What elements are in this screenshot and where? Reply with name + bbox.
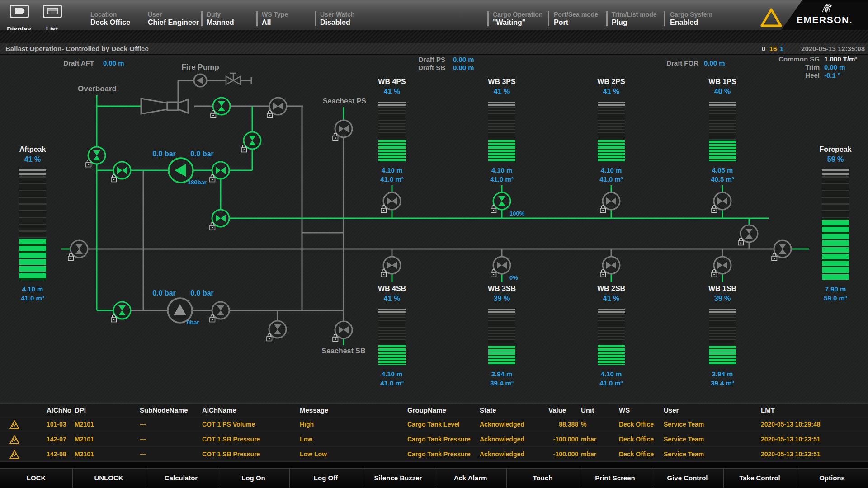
tank-fill xyxy=(709,345,736,365)
tank-fill xyxy=(378,139,406,161)
display-icon xyxy=(10,5,29,18)
tank-cap xyxy=(598,102,625,107)
tank-fill xyxy=(488,139,515,161)
bottom-button-give-control[interactable]: Give Control xyxy=(651,469,723,488)
bottom-button-calculator[interactable]: Calculator xyxy=(145,469,217,488)
field-value-2: Manned xyxy=(207,19,234,27)
cell-alchname: COT 1 PS Volume xyxy=(202,417,255,432)
tank-cap xyxy=(709,102,736,107)
bottom-button-ack-alarm[interactable]: Ack Alarm xyxy=(434,469,506,488)
tank-empty xyxy=(488,107,515,139)
column-header-alchname: AlChName xyxy=(202,404,236,417)
tank-gauge-wb-1ps[interactable] xyxy=(709,102,736,161)
tank-cap xyxy=(709,309,736,314)
bottom-button-unlock[interactable]: UNLOCK xyxy=(72,469,145,488)
field-label-5: Cargo Operation xyxy=(493,11,542,18)
column-header-lmt: LMT xyxy=(761,404,775,417)
cell-state: Acknowledged xyxy=(480,432,524,447)
tank-gauge-wb-3sb[interactable] xyxy=(488,309,515,365)
cell-ws: Deck Office xyxy=(619,417,654,432)
tank-gauge-forepeak[interactable] xyxy=(822,169,849,280)
tank-gauge-aftpeak[interactable] xyxy=(19,169,46,280)
tank-gauge-wb-1sb[interactable] xyxy=(709,309,736,365)
cell-dpi: M2101 xyxy=(75,447,94,462)
alarm-count-normal: 0 xyxy=(760,43,767,55)
tank-cap xyxy=(378,102,406,107)
tank-fill xyxy=(598,139,625,161)
warning-triangle-icon[interactable] xyxy=(760,8,782,28)
bottom-button-log-off[interactable]: Log Off xyxy=(289,469,362,488)
emerson-brand-text: EMERSON. xyxy=(781,14,868,25)
tank-gauge-wb-3ps[interactable] xyxy=(488,102,515,161)
bottom-button-strip: LOCKUNLOCKCalculatorLog OnLog OffSilence… xyxy=(0,462,868,488)
tank-empty xyxy=(19,176,46,238)
field-separator xyxy=(487,11,489,26)
cell-alchno: 142-07 xyxy=(47,432,66,447)
cell-dpi: M2101 xyxy=(75,432,94,447)
bottom-button-take-control[interactable]: Take Control xyxy=(723,469,796,488)
title-bar: Ballast Operation- Controlled by Deck Of… xyxy=(0,43,868,55)
tank-empty xyxy=(378,314,406,344)
bottom-button-print-screen[interactable]: Print Screen xyxy=(579,469,651,488)
tank-gauge-wb-2sb[interactable] xyxy=(598,309,625,365)
emerson-scribble-icon xyxy=(821,3,834,13)
field-label-2: Duty xyxy=(207,11,221,18)
field-value-8: Enabled xyxy=(670,19,698,27)
field-value-5: "Waiting" xyxy=(493,19,525,27)
bottom-button-options[interactable]: Options xyxy=(796,469,868,488)
cell-alchname: COT 1 SB Pressure xyxy=(202,447,260,462)
tank-cap xyxy=(488,309,515,314)
field-separator xyxy=(201,11,203,26)
tank-empty xyxy=(709,107,736,140)
bottom-button-bar: LOCKUNLOCKCalculatorLog OnLog OffSilence… xyxy=(0,468,868,487)
cell-state: Acknowledged xyxy=(480,447,524,462)
bottom-button-silence-buzzer[interactable]: Silence Buzzer xyxy=(362,469,434,488)
list-button[interactable]: List xyxy=(43,5,84,32)
field-separator xyxy=(664,11,665,26)
cell-user: Service Team xyxy=(664,417,704,432)
tank-cap xyxy=(378,309,406,314)
field-label-6: Port/Sea mode xyxy=(554,11,598,18)
bottom-button-touch[interactable]: Touch xyxy=(506,469,579,488)
field-label-4: User Watch xyxy=(320,11,355,18)
ballast-diagram-area xyxy=(0,55,868,403)
cell-value: 88.388 xyxy=(548,417,578,432)
alarm-row[interactable]: 142-08M2101---COT 1 SB PressureLow LowCa… xyxy=(0,447,868,462)
alarm-row[interactable]: 142-07M2101---COT 1 SB PressureLowCargo … xyxy=(0,432,868,447)
alarm-ack-icon xyxy=(9,420,20,430)
cell-ws: Deck Office xyxy=(619,447,654,462)
tank-gauge-wb-2ps[interactable] xyxy=(598,102,625,161)
tank-gauge-wb-4sb[interactable] xyxy=(378,309,406,365)
tank-cap xyxy=(598,309,625,314)
alarm-ack-icon xyxy=(9,435,20,445)
cell-alchno: 101-03 xyxy=(47,417,66,432)
alarm-ack-icon xyxy=(9,450,20,460)
column-header-alchno: AlChNo xyxy=(47,404,71,417)
cell-unit: mbar xyxy=(581,432,596,447)
alarm-row[interactable]: 101-03M2101---COT 1 PS VolumeHighCargo T… xyxy=(0,417,868,432)
bottom-button-lock[interactable]: LOCK xyxy=(0,469,72,488)
tank-cap xyxy=(822,169,849,176)
cell-state: Acknowledged xyxy=(480,417,524,432)
tank-empty xyxy=(709,314,736,345)
tank-gauge-wb-4ps[interactable] xyxy=(378,102,406,161)
field-separator xyxy=(315,11,316,26)
column-header-user: User xyxy=(664,404,679,417)
alarm-count-active: 16 xyxy=(768,43,778,55)
list-icon xyxy=(43,5,62,18)
cell-value: -100.000 xyxy=(548,447,578,462)
tank-cap xyxy=(19,169,46,176)
column-header-unit: Unit xyxy=(581,404,594,417)
cell-groupname: Cargo Tank Pressure xyxy=(407,447,471,462)
tank-fill xyxy=(19,238,46,280)
tank-empty xyxy=(378,107,406,139)
field-label-1: User xyxy=(148,11,162,18)
field-value-6: Port xyxy=(554,19,568,27)
tank-empty xyxy=(822,176,849,219)
cell-message: Low xyxy=(300,432,312,447)
bottom-button-log-on[interactable]: Log On xyxy=(217,469,289,488)
tank-cap xyxy=(488,102,515,107)
tank-fill xyxy=(822,219,849,280)
cell-unit: mbar xyxy=(581,447,596,462)
tank-fill xyxy=(709,140,736,161)
